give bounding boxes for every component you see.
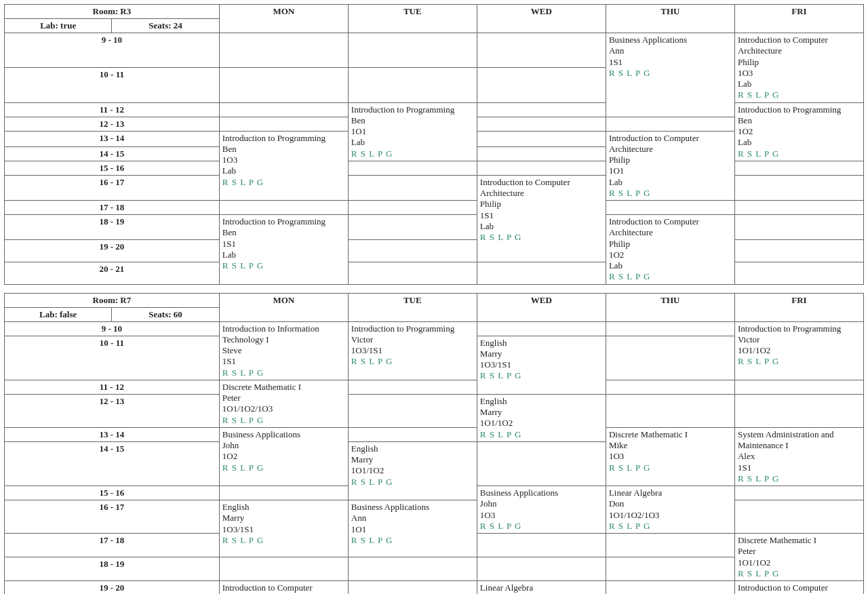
course-group: 1O1/1O2 <box>480 418 603 429</box>
course-cell[interactable]: Business ApplicationsAnn1S1R S L P G <box>606 33 734 117</box>
time-slot: 11 - 12 <box>5 380 220 394</box>
course-cell[interactable]: Introduction to ProgrammingVictor1O3/1S1… <box>348 321 477 380</box>
day-header: MON <box>219 5 348 33</box>
course-cell[interactable]: Linear AlgebraDon1O1/1O2/1O3R S L P G <box>477 581 606 595</box>
course-title: Introduction to Programming <box>738 104 861 115</box>
course-title: English <box>480 396 603 407</box>
course-cell[interactable]: EnglishMarry1O3/1S1R S L P G <box>477 336 606 394</box>
course-title: Linear Algebra <box>609 488 732 498</box>
course-flags: R S L P G <box>222 177 345 188</box>
empty-cell <box>606 581 734 595</box>
course-title: Introduction to Programming <box>351 104 474 115</box>
course-title: Introduction to Computer Architecture <box>480 177 603 199</box>
course-group: 1O1/1O2 <box>351 465 474 476</box>
course-cell[interactable]: Introduction to ProgrammingVictor1O1/1O2… <box>734 321 863 380</box>
course-cell[interactable]: Introduction to Computer ArchitecturePhi… <box>734 33 863 103</box>
course-cell[interactable]: Introduction to ProgrammingBen1O3LabR S … <box>219 131 348 201</box>
empty-cell <box>606 201 734 215</box>
course-cell[interactable]: EnglishMarry1O1/1O2R S L P G <box>477 394 606 441</box>
course-cell[interactable]: Discrete Mathematic IPeter1O1/1O2R S L P… <box>734 534 863 581</box>
empty-cell <box>477 102 606 117</box>
empty-cell <box>348 175 477 200</box>
empty-cell <box>348 68 477 102</box>
course-teacher: Ann <box>351 513 474 523</box>
empty-cell <box>477 33 606 68</box>
empty-cell <box>606 321 734 336</box>
empty-cell <box>219 33 348 68</box>
course-cell[interactable]: EnglishMarry1O3/1S1R S L P G <box>219 500 348 557</box>
course-cell[interactable]: Business ApplicationsAnn1O1R S L P G <box>348 500 477 557</box>
time-slot: 9 - 10 <box>5 33 220 68</box>
course-cell[interactable]: Introduction to Computer ArchitecturePhi… <box>606 215 734 285</box>
time-slot: 11 - 12 <box>5 102 220 117</box>
course-title: Introduction to Programming <box>738 323 861 334</box>
empty-cell <box>219 486 348 500</box>
course-cell[interactable]: System Administration and Maintenance IA… <box>734 427 863 486</box>
course-cell[interactable]: Linear AlgebraDon1O1/1O2/1O3R S L P G <box>606 486 734 534</box>
course-group: 1O3/1S1 <box>480 359 603 370</box>
empty-cell <box>734 394 863 427</box>
empty-cell <box>219 117 348 131</box>
course-extra: Lab <box>609 177 732 188</box>
empty-cell <box>348 581 477 595</box>
empty-cell <box>477 131 606 146</box>
time-slot: 10 - 11 <box>5 68 220 102</box>
course-group: 1S1 <box>480 210 603 221</box>
empty-cell <box>348 380 477 394</box>
course-teacher: Peter <box>222 393 345 403</box>
course-title: System Administration and Maintenance I <box>738 429 861 452</box>
course-title: Business Applications <box>222 429 345 440</box>
course-cell[interactable]: Introduction to ProgrammingBen1O2LabR S … <box>734 102 863 161</box>
course-group: 1O3 <box>738 68 861 79</box>
empty-cell <box>734 239 863 262</box>
course-title: Introduction to Information Technology I <box>222 323 345 346</box>
course-group: 1O1/1O2 <box>738 345 861 356</box>
time-slot: 15 - 16 <box>5 161 220 175</box>
empty-cell <box>734 161 863 175</box>
course-cell[interactable]: Introduction to ProgrammingBen1O1LabR S … <box>348 102 477 161</box>
empty-cell <box>734 262 863 284</box>
course-cell[interactable]: Introduction to Computer ArchitectureRed… <box>219 581 348 595</box>
course-group: 1O1 <box>351 524 474 535</box>
course-teacher: Philip <box>609 239 732 250</box>
course-cell[interactable]: Introduction to ProgrammingBen1S1LabR S … <box>219 215 348 285</box>
empty-cell <box>219 68 348 102</box>
course-flags: R S L P G <box>222 462 345 473</box>
course-group: 1O3/1S1 <box>222 524 345 535</box>
empty-cell <box>477 68 606 102</box>
course-group: 1O2 <box>222 451 345 462</box>
course-teacher: Don <box>609 498 732 509</box>
course-flags: R S L P G <box>480 429 603 440</box>
empty-cell <box>606 117 734 131</box>
empty-cell <box>734 215 863 240</box>
course-cell[interactable]: Business ApplicationsJohn1O2R S L P G <box>219 427 348 486</box>
course-cell[interactable]: Discrete Mathematic IPeter1O1/1O2/1O3R S… <box>219 380 348 427</box>
course-group: 1O1/1O2/1O3 <box>609 510 732 521</box>
course-flags: R S L P G <box>609 68 732 79</box>
course-cell[interactable]: Business ApplicationsJohn1O3R S L P G <box>477 486 606 534</box>
course-teacher: Marry <box>480 407 603 418</box>
course-cell[interactable]: EnglishMarry1O1/1O2R S L P G <box>348 441 477 500</box>
course-teacher: Marry <box>222 513 345 523</box>
course-teacher: Ben <box>222 144 345 155</box>
course-extra: Lab <box>609 260 732 271</box>
empty-cell <box>348 33 477 68</box>
course-cell[interactable]: Introduction to Computer ArchitecturePhi… <box>606 131 734 201</box>
course-flags: R S L P G <box>222 260 345 271</box>
course-cell[interactable]: Introduction to Computer ArchitecturePhi… <box>477 175 606 262</box>
course-cell[interactable]: Introduction to Information Technology I… <box>219 321 348 380</box>
course-flags: R S L P G <box>480 232 603 243</box>
course-title: Introduction to Programming <box>222 133 345 144</box>
empty-cell <box>348 161 477 175</box>
course-flags: R S L P G <box>738 473 861 484</box>
room-seats: Seats: 24 <box>112 19 219 33</box>
empty-cell <box>348 427 477 441</box>
empty-cell <box>606 394 734 427</box>
course-cell[interactable]: Introduction to Computer ArchitectureRed… <box>734 581 863 595</box>
time-slot: 13 - 14 <box>5 427 220 441</box>
time-slot: 10 - 11 <box>5 336 220 380</box>
room-schedule: Room: R7MONTUEWEDTHUFRILab: falseSeats: … <box>4 293 864 595</box>
course-group: 1O2 <box>738 126 861 137</box>
course-group: 1O2 <box>609 250 732 260</box>
course-cell[interactable]: Discrete Mathematic IMike1O3R S L P G <box>606 427 734 486</box>
